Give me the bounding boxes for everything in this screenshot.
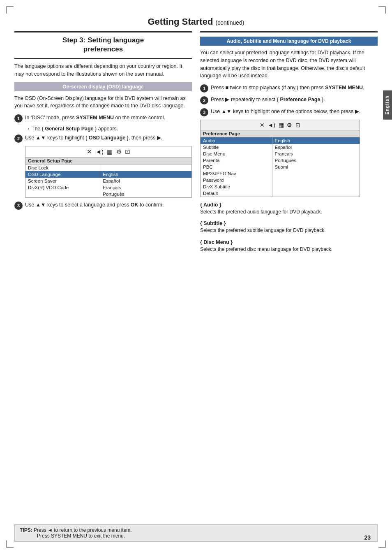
desc-audio-title: { Audio } — [200, 202, 378, 208]
pref-value-espanol: Español — [272, 144, 360, 151]
setup-row-value-screensaver: Español — [100, 178, 192, 184]
left-step-1: 1 In 'DISC' mode, press SYSTEM MENU on t… — [14, 114, 192, 123]
pref-value-portugues: Português — [272, 157, 360, 164]
dvd-subsection-header: Audio, Subtitle and Menu language for DV… — [200, 37, 378, 46]
right-step-num-2: 2 — [200, 96, 208, 104]
left-step-3: 3 Use ▲▼ keys to select a language and p… — [14, 201, 192, 210]
setup-table-row-portuguese: Português — [25, 191, 192, 198]
pref-row-mp3: MP3/JPEG Nav — [201, 170, 360, 177]
setup-row-label-empty — [25, 191, 100, 198]
step-1-arrow-note: The { General Setup Page } appears. — [25, 126, 192, 132]
section-title: Step 3: Setting language preferences — [14, 36, 192, 54]
desc-subtitle-text: Selects the preferred subtitle language … — [200, 227, 378, 234]
setup-row-label-disclock: Disc Lock — [25, 165, 100, 172]
table-icons: ✕ ◄) ▦ ⚙ ⊡ — [25, 146, 192, 158]
pref-label-audio: Audio — [201, 137, 272, 144]
setup-table-row-screensaver: Screen Saver Español — [25, 178, 192, 184]
pref-row-password: Password — [201, 177, 360, 183]
desc-discmenu-title: { Disc Menu } — [200, 239, 378, 245]
pref-label-default: Default — [201, 190, 272, 197]
pref-label-subtitle: Subtitle — [201, 144, 272, 151]
corner-br — [378, 540, 386, 548]
tips-label: TIPS: — [20, 527, 32, 533]
setup-row-label-osd: OSD Language — [25, 171, 100, 178]
step-1-text: In 'DISC' mode, press SYSTEM MENU on the… — [25, 114, 192, 122]
right-step-2: 2 Press ▶ repeatedly to select { Prefere… — [200, 96, 378, 104]
language-side-tab: English — [383, 90, 392, 120]
setup-row-value-disclock — [100, 165, 192, 172]
setup-row-value-divx: Français — [100, 184, 192, 191]
osd-subsection-header: On-screen display (OSD) language — [14, 82, 192, 91]
step-num-2: 2 — [14, 134, 23, 143]
page-title-continued: (continued) — [215, 19, 244, 26]
desc-discmenu: { Disc Menu } Selects the preferred disc… — [200, 239, 378, 253]
pref-label-pbc: PBC — [201, 164, 272, 170]
pref-row-divxsubtitle: DivX Subtitle — [201, 183, 360, 190]
corner-tr — [378, 6, 386, 14]
pref-value-mp3 — [272, 170, 360, 177]
right-step-1: 1 Press ■ twice to stop playback (if any… — [200, 84, 378, 93]
main-content: Step 3: Setting language preferences The… — [0, 31, 392, 258]
left-intro-text: The language options are different depen… — [14, 63, 192, 78]
setup-table-row-disclock: Disc Lock — [25, 165, 192, 172]
right-column: Audio, Subtitle and Menu language for DV… — [200, 31, 378, 258]
right-step-num-3: 3 — [200, 108, 208, 116]
setup-table-header: General Setup Page — [25, 158, 192, 165]
preference-table: ✕ ◄) ▦ ⚙ ⊡ Preference Page Audio English… — [200, 120, 360, 197]
right-step-num-1: 1 — [200, 84, 208, 93]
setup-row-label-divx: DivX(R) VOD Code — [25, 184, 100, 191]
pref-row-pbc: PBC Suomi — [201, 164, 360, 170]
pref-table-icons: ✕ ◄) ▦ ⚙ ⊡ — [201, 120, 360, 130]
page-title: Getting Started — [148, 16, 213, 27]
left-step-2: 2 Use ▲▼ keys to highlight { OSD Languag… — [14, 134, 192, 143]
pref-label-password: Password — [201, 177, 272, 183]
general-setup-table: ✕ ◄) ▦ ⚙ ⊡ General Setup Page Disc Lock … — [25, 146, 192, 198]
step-2-text: Use ▲▼ keys to highlight { OSD Language … — [25, 134, 192, 142]
page-number: 23 — [364, 534, 371, 541]
desc-subtitle: { Subtitle } Selects the preferred subti… — [200, 220, 378, 234]
setup-row-label-screensaver: Screen Saver — [25, 178, 100, 184]
desc-subtitle-title: { Subtitle } — [200, 220, 378, 226]
right-step-2-text: Press ▶ repeatedly to select { Preferenc… — [211, 96, 378, 104]
page-header: Getting Started (continued) — [0, 0, 392, 31]
setup-table-row-divx: DivX(R) VOD Code Français — [25, 184, 192, 191]
section-divider — [14, 58, 192, 59]
pref-label-parental: Parental — [201, 157, 272, 164]
desc-audio: { Audio } Selects the preferred audio la… — [200, 202, 378, 216]
pref-value-suomi: Suomi — [272, 164, 360, 170]
osd-body-text: The OSD (On-Screen Display) language for… — [14, 95, 192, 110]
pref-value-password — [272, 177, 360, 183]
step-num-1: 1 — [14, 114, 23, 123]
pref-value-divxsubtitle — [272, 183, 360, 190]
setup-row-value-portuguese: Português — [100, 191, 192, 198]
pref-row-discmenu: Disc Menu Français — [201, 151, 360, 157]
desc-audio-text: Selects the preferred audio language for… — [200, 209, 378, 216]
tips-line1: Press ◄ to return to the previous menu i… — [34, 527, 132, 533]
tips-bar: TIPS: Press ◄ to return to the previous … — [14, 524, 378, 542]
setup-row-value-osd: English — [100, 171, 192, 178]
pref-table-header: Preference Page — [201, 130, 360, 137]
pref-label-discmenu: Disc Menu — [201, 151, 272, 157]
right-step-3: 3 Use ▲▼ keys to highlight one of the op… — [200, 108, 378, 116]
step-num-3: 3 — [14, 202, 23, 210]
desc-discmenu-text: Selects the preferred disc menu language… — [200, 246, 378, 253]
setup-table-row-osd: OSD Language English — [25, 171, 192, 178]
step-3-text: Use ▲▼ keys to select a language and pre… — [25, 201, 192, 209]
right-step-3-text: Use ▲▼ keys to highlight one of the opti… — [211, 108, 378, 116]
pref-row-parental: Parental Português — [201, 157, 360, 164]
pref-row-default: Default — [201, 190, 360, 197]
pref-value-francais: Français — [272, 151, 360, 157]
left-column: Step 3: Setting language preferences The… — [14, 31, 192, 258]
pref-value-english: English — [272, 137, 360, 144]
right-step-1-text: Press ■ twice to stop playback (if any,)… — [211, 84, 378, 92]
dvd-intro-text: You can select your preferred language s… — [200, 49, 378, 80]
corner-tl — [6, 6, 14, 14]
pref-row-subtitle: Subtitle Español — [201, 144, 360, 151]
pref-row-audio: Audio English — [201, 137, 360, 144]
pref-value-default — [272, 190, 360, 197]
tips-line2: Press SYSTEM MENU to exit the menu. — [37, 533, 125, 539]
pref-label-mp3: MP3/JPEG Nav — [201, 170, 272, 177]
pref-label-divxsubtitle: DivX Subtitle — [201, 183, 272, 190]
corner-bl — [6, 540, 14, 548]
